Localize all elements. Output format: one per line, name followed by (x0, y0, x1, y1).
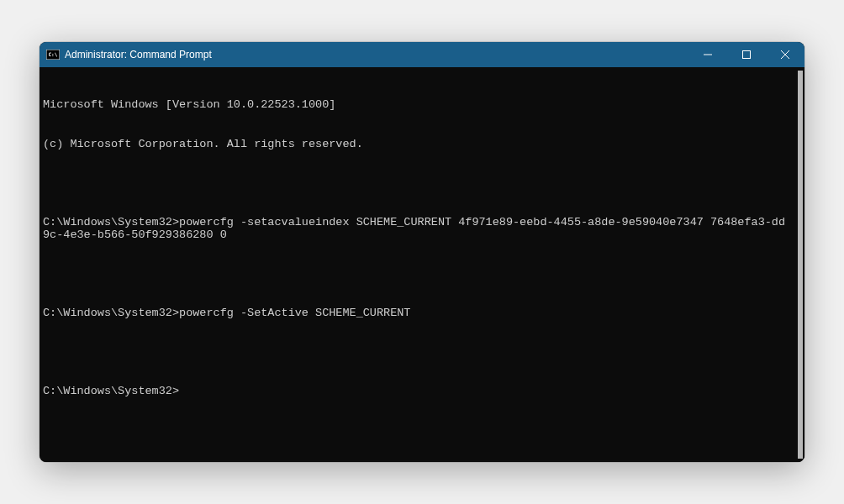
terminal-output[interactable]: Microsoft Windows [Version 10.0.22523.10… (40, 67, 794, 462)
terminal-area: Microsoft Windows [Version 10.0.22523.10… (40, 67, 804, 462)
maximize-button[interactable] (727, 42, 766, 67)
command-text: powercfg -SetActive SCHEME_CURRENT (179, 307, 410, 319)
terminal-line: C:\Windows\System32>powercfg -SetActive … (43, 307, 791, 320)
prompt-text: C:\Windows\System32> (43, 385, 179, 397)
close-button[interactable] (766, 42, 804, 67)
minimize-button[interactable] (688, 42, 727, 67)
terminal-blank (43, 268, 791, 281)
window-title: Administrator: Command Prompt (65, 49, 212, 60)
svg-rect-3 (743, 51, 751, 59)
terminal-line: (c) Microsoft Corporation. All rights re… (43, 138, 791, 151)
terminal-line: C:\Windows\System32> (43, 385, 791, 398)
prompt-text: C:\Windows\System32> (43, 307, 179, 319)
terminal-blank (43, 176, 791, 190)
terminal-line: Microsoft Windows [Version 10.0.22523.10… (43, 98, 791, 112)
titlebar[interactable]: C:\ Administrator: Command Prompt (40, 42, 804, 67)
terminal-line: C:\Windows\System32>powercfg -setacvalue… (43, 216, 791, 242)
maximize-icon (742, 50, 751, 59)
terminal-blank (43, 346, 791, 360)
minimize-icon (704, 50, 712, 59)
window-controls (688, 42, 804, 67)
prompt-text: C:\Windows\System32> (43, 216, 179, 228)
scrollbar-thumb[interactable] (798, 71, 803, 459)
svg-text:C:\: C:\ (49, 51, 58, 57)
cmd-icon: C:\ (46, 49, 60, 60)
close-icon (781, 50, 789, 59)
scrollbar-track[interactable] (794, 67, 804, 462)
command-prompt-window: C:\ Administrator: Command Prompt (40, 42, 804, 462)
